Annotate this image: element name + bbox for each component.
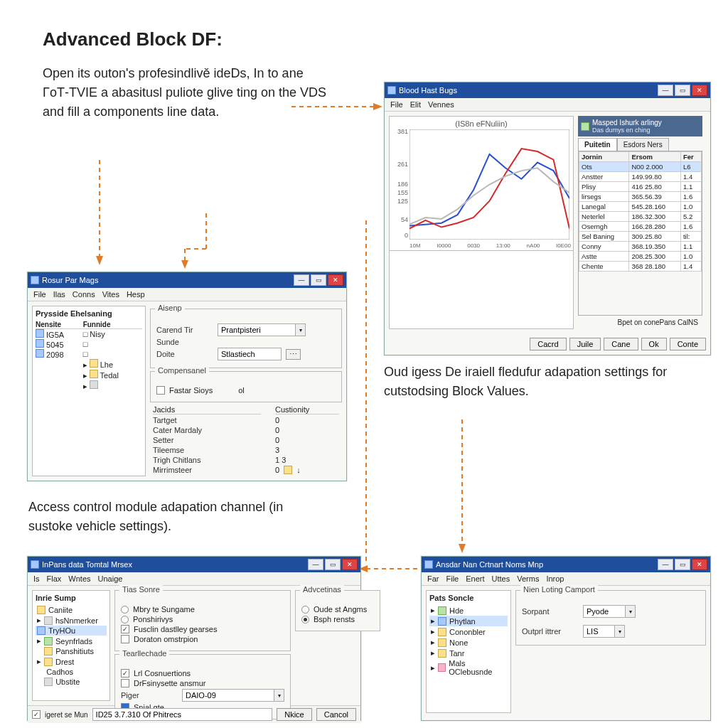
radio[interactable] [121,606,129,614]
radio[interactable] [301,606,309,614]
menubar-win1[interactable]: File Ilas Conns Vites Hesp [28,288,346,301]
maximize-button[interactable]: ▭ [325,559,341,570]
chevron-down-icon[interactable]: ▾ [296,323,306,336]
chevron-down-icon[interactable]: ▾ [626,605,636,618]
table-row[interactable]: Conny368.19.3501.1 [579,242,702,252]
maximize-button[interactable]: ▭ [675,559,690,570]
list-row[interactable]: ▸ Lhe [36,359,142,370]
radio[interactable] [301,616,309,623]
menubar-win3[interactable]: Is Flax Wntes Unaige [28,572,360,586]
maximize-button[interactable]: ▭ [675,85,690,96]
radio[interactable] [121,616,129,623]
list-row[interactable]: 2098□ [36,349,142,359]
tree-item[interactable]: ▸ hsNnmerker [36,615,107,626]
menu-item[interactable]: Conns [73,290,95,299]
picker-button[interactable]: ⋯ [286,349,301,360]
tree-item[interactable]: Caniite [36,605,107,615]
menu-item[interactable]: Vites [102,290,119,299]
table-row[interactable]: Plisy416 25.801.1 [579,182,702,192]
minimize-button[interactable]: — [658,85,673,96]
tree-item[interactable]: Panshitiuts [36,646,107,656]
tree-item[interactable]: TryHOu [36,626,107,636]
doite-input[interactable] [218,348,282,360]
tree-item[interactable]: ▸ Cononbler [429,626,508,637]
checkbox[interactable]: ✓ [121,625,129,633]
checkbox[interactable]: ✓ [121,669,129,678]
table-row[interactable]: Neterlel186.32.3005.2 [579,212,702,222]
table-row[interactable]: Sel Baning309.25.80til: [579,232,702,242]
tree-item[interactable]: Ubstite [36,677,107,687]
menu-item[interactable]: Hesp [127,290,145,299]
table-row[interactable]: Oserngh166.28.2801.6 [579,222,702,232]
tab-active[interactable]: Puitetin [578,138,617,151]
maximize-button[interactable]: ▭ [311,274,326,286]
tree-item[interactable]: ▸ Mals OClebusnde [429,658,508,677]
status-checkbox[interactable]: ✓ [32,710,41,719]
list-row[interactable]: ▸ Tedal [36,370,142,380]
menu-item[interactable]: File [390,100,403,109]
btn-cane[interactable]: Cane [604,338,638,350]
tree-item[interactable]: ▸ Hde [429,605,508,616]
table-row[interactable]: Anstter149.99.801.4 [579,172,702,182]
col-hdr[interactable]: Funnide [83,321,142,329]
list-row[interactable]: IG5A□ Nisy [36,329,142,340]
menu-item[interactable]: Elit [410,100,421,109]
btn-cancel[interactable]: Cancol [316,708,356,721]
list-row[interactable]: ▸ [36,380,142,391]
minimize-button[interactable]: — [294,274,309,286]
tree-item[interactable]: ▸ Tanr [429,648,508,658]
export-link[interactable]: Bpet on conePans CalNS [578,316,702,329]
menu-item[interactable]: Is [33,574,40,583]
arrow-down-icon[interactable]: ↓ [296,466,301,474]
col-hdr[interactable]: Jornin [579,152,629,162]
menu-item[interactable]: File [33,290,46,299]
menubar-win4[interactable]: Far File Enert Uttes Verms Inrop [422,572,710,586]
tab[interactable]: Esdors Ners [617,138,669,151]
btn-juile[interactable]: Juile [569,338,601,350]
close-button[interactable]: ✕ [342,559,358,570]
titlebar-win4[interactable]: Ansdar Nan Crtnart Noms Mnp — ▭ ✕ [422,557,710,572]
tree-item[interactable]: ▸ Seynfrlads [36,636,107,646]
btn-cacrd[interactable]: Cacrd [530,338,566,350]
menu-item[interactable]: Vennes [428,100,454,109]
tree-item[interactable]: ▸ None [429,637,508,648]
table-row[interactable]: OtsN00 2.000L6 [579,162,702,172]
btn-nkice[interactable]: Nkice [277,708,312,721]
data-table[interactable]: JorninErsomFer OtsN00 2.000L6 Anstter149… [579,151,702,272]
close-button[interactable]: ✕ [328,274,343,286]
menubar-win2[interactable]: File Elit Vennes [385,98,710,112]
btn-conte[interactable]: Conte [670,338,706,350]
table-row[interactable]: Chente368 28.1801.4 [579,262,702,272]
titlebar-win1[interactable]: Rosur Par Mags — ▭ ✕ [28,272,346,288]
list-row[interactable]: 5045□ [36,339,142,349]
menu-item[interactable]: Verms [517,574,539,583]
checkbox[interactable] [121,679,129,687]
menu-item[interactable]: Far [427,574,439,583]
titlebar-win3[interactable]: InPans data Tomtal Mrsex — ▭ ✕ [28,557,360,572]
color-swatch-icon[interactable] [284,466,292,474]
checkbox-fastar[interactable] [156,386,165,395]
table-row[interactable]: lirsegs365.56.391.6 [579,192,702,202]
table-row[interactable]: Lanegal545.28.1601.0 [579,202,702,212]
checkbox[interactable] [121,635,129,643]
titlebar-win2[interactable]: Blood Hast Bugs — ▭ ✕ [385,82,710,98]
menu-item[interactable]: Enert [466,574,484,583]
menu-item[interactable]: Flax [47,574,62,583]
status-input[interactable] [92,708,273,721]
menu-item[interactable]: Ilas [53,290,65,299]
tree-item[interactable]: ▸ Phytlan [429,616,508,626]
close-button[interactable]: ✕ [692,559,707,570]
minimize-button[interactable]: — [308,559,323,570]
menu-item[interactable]: Wntes [68,574,90,583]
chevron-down-icon[interactable]: ▾ [274,689,284,702]
side-tabs[interactable]: Puitetin Esdors Ners [578,138,702,151]
menu-item[interactable]: Inrop [546,574,564,583]
col-hdr[interactable]: Fer [680,152,701,162]
table-row[interactable]: Astte208.25.3001.0 [579,252,702,262]
menu-item[interactable]: Unaige [98,574,123,583]
content-combo[interactable] [218,323,296,336]
btn-ok[interactable]: Ok [641,338,667,350]
output-combo[interactable] [583,625,615,638]
close-button[interactable]: ✕ [692,85,707,96]
menu-item[interactable]: File [446,574,459,583]
